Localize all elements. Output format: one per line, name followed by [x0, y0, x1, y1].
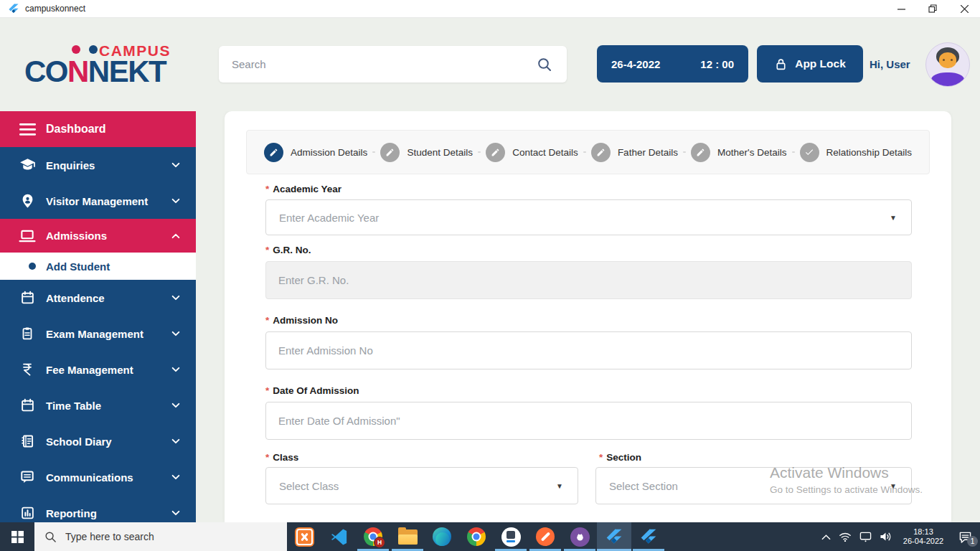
volume-icon[interactable]	[875, 522, 897, 551]
section-select[interactable]: Select Section ▼	[595, 467, 912, 504]
user-greeting: Hi, User	[870, 45, 910, 83]
taskbar-app-chrome[interactable]	[459, 522, 494, 551]
wizard-step-label: Mother's Details	[717, 147, 786, 158]
wizard-step-label: Relationship Details	[826, 147, 912, 158]
caret-down-icon: ▼	[890, 214, 897, 222]
menu-icon	[19, 123, 36, 136]
select-placeholder: Enter Academic Year	[279, 212, 379, 224]
sidebar-item-label: Attendence	[46, 292, 105, 304]
required-asterisk: *	[599, 452, 603, 463]
start-button[interactable]	[0, 522, 34, 551]
sidebar-item-label: Enquiries	[46, 159, 95, 171]
xampp-icon	[295, 527, 314, 547]
minimize-button[interactable]	[885, 0, 917, 17]
cast-display-icon[interactable]	[855, 522, 875, 551]
sidebar-item-admissions[interactable]: Admissions	[0, 219, 196, 253]
wizard-step-admission-details[interactable]: Admission Details	[264, 143, 367, 162]
wizard-step-mothers-details[interactable]: Mother's Details	[691, 143, 786, 162]
pencil-icon	[486, 143, 505, 162]
sidebar: Dashboard Enquiries Visitor Management A…	[0, 111, 196, 522]
taskbar-app-flutter-active[interactable]	[597, 522, 631, 551]
wizard-step-label: Father Details	[618, 147, 678, 158]
wizard-step-student-details[interactable]: Student Details	[380, 143, 473, 162]
search-input[interactable]	[219, 58, 537, 70]
sidebar-item-communications[interactable]: Communications	[0, 459, 196, 495]
wifi-icon[interactable]	[835, 522, 855, 551]
app-lock-button[interactable]: App Lock	[757, 45, 863, 83]
close-button[interactable]	[948, 0, 980, 17]
sidebar-item-school-diary[interactable]: School Diary	[0, 423, 196, 459]
sidebar-item-enquiries[interactable]: Enquiries	[0, 147, 196, 183]
taskbar-search-input[interactable]	[64, 530, 246, 543]
bullet-icon	[29, 263, 36, 270]
taskbar-clock[interactable]: 18:13 26-04-2022	[900, 527, 946, 546]
taskbar-app-flutter[interactable]	[631, 522, 666, 551]
wizard-step-contact-details[interactable]: Contact Details	[486, 143, 578, 162]
step-separator	[583, 151, 586, 153]
main-content: Admission Details Student Details Contac…	[196, 111, 980, 522]
wizard-step-label: Contact Details	[512, 147, 578, 158]
clock-time: 18:13	[900, 527, 946, 537]
logo-dot-red	[72, 45, 80, 54]
sidebar-item-dashboard[interactable]: Dashboard	[0, 111, 196, 147]
pencil-icon	[691, 143, 710, 162]
windows-taskbar: H	[0, 522, 980, 551]
sidebar-item-attendence[interactable]: Attendence	[0, 280, 196, 316]
restore-button[interactable]	[917, 0, 948, 17]
user-avatar[interactable]	[925, 42, 970, 87]
chevron-down-icon	[170, 364, 182, 375]
sidebar-item-label: Dashboard	[46, 123, 106, 136]
check-icon	[800, 143, 819, 162]
chrome-icon	[467, 527, 486, 546]
taskbar-app-github[interactable]	[562, 522, 597, 551]
required-asterisk: *	[265, 245, 269, 255]
sidebar-item-label: Add Student	[46, 260, 110, 273]
gr-no-input[interactable]	[265, 261, 912, 299]
date-of-admission-input[interactable]	[265, 402, 912, 440]
wizard-step-father-details[interactable]: Father Details	[591, 143, 678, 162]
taskbar-app-android[interactable]	[494, 522, 528, 551]
taskbar-app-vscode[interactable]	[321, 522, 356, 551]
taskbar-search[interactable]	[34, 522, 287, 551]
sidebar-item-label: School Diary	[46, 435, 112, 448]
calendar-icon	[19, 397, 36, 413]
notification-badge: 1	[967, 536, 978, 547]
rupee-icon	[19, 361, 36, 378]
taskbar-app-chrome-profile[interactable]: H	[356, 522, 390, 551]
header-search	[219, 46, 567, 83]
logo-dot-blue	[89, 45, 98, 54]
sidebar-item-exam-management[interactable]: Exam Management	[0, 316, 196, 352]
logo-connekt-text: CONNEKT	[24, 55, 166, 89]
tray-expand-chevron-icon[interactable]	[816, 522, 835, 551]
datetime-pill[interactable]: 26-4-2022 12 : 00	[597, 45, 748, 83]
required-asterisk: *	[265, 452, 269, 463]
sidebar-subitem-add-student[interactable]: Add Student	[0, 253, 196, 280]
taskbar-app-file-explorer[interactable]	[390, 522, 425, 551]
sidebar-item-label: Admissions	[46, 230, 107, 242]
app-header: CAMPUS CONNEKT 26-4-2022 12 : 00 App Loc…	[0, 17, 980, 111]
class-select[interactable]: Select Class ▼	[265, 467, 578, 504]
android-app-icon	[501, 527, 521, 547]
caret-down-icon: ▼	[556, 482, 563, 490]
wizard-stepper: Admission Details Student Details Contac…	[246, 130, 930, 174]
avatar-body	[931, 72, 964, 87]
window-titlebar: campuskonnect	[0, 0, 980, 18]
sidebar-item-fee-management[interactable]: Fee Management	[0, 352, 196, 387]
sidebar-item-time-table[interactable]: Time Table	[0, 387, 196, 423]
taskbar-app-postman[interactable]	[528, 522, 562, 551]
postman-icon	[536, 527, 555, 546]
taskbar-app-edge[interactable]	[425, 522, 459, 551]
sidebar-item-visitor-management[interactable]: Visitor Management	[0, 183, 196, 219]
admission-no-input[interactable]	[265, 331, 912, 369]
chevron-down-icon	[170, 471, 182, 483]
notification-center-button[interactable]: 1	[950, 522, 980, 551]
calendar-icon	[19, 290, 36, 306]
sidebar-item-reporting[interactable]: Reporting	[0, 495, 196, 522]
search-icon[interactable]	[537, 57, 552, 72]
lock-icon	[774, 57, 788, 71]
wizard-step-relationship-details[interactable]: Relationship Details	[800, 143, 912, 162]
taskbar-app-xampp[interactable]	[287, 522, 321, 551]
academic-year-select[interactable]: Enter Academic Year ▼	[265, 199, 912, 235]
chevron-down-icon	[170, 400, 182, 411]
wizard-step-label: Student Details	[407, 147, 473, 158]
